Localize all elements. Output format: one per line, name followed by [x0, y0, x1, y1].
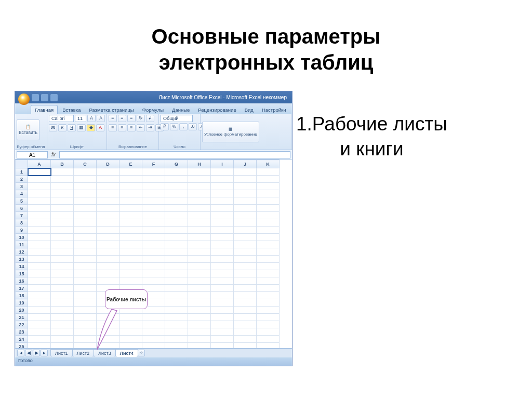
cell[interactable]: [165, 321, 188, 328]
row-header[interactable]: 5: [16, 197, 28, 205]
cell[interactable]: [188, 343, 211, 349]
cell[interactable]: [234, 263, 257, 270]
cell[interactable]: [119, 248, 142, 256]
cell[interactable]: [74, 321, 97, 328]
inc-decimal-button[interactable]: .0: [189, 123, 197, 130]
cell[interactable]: [28, 321, 51, 328]
cell[interactable]: [28, 168, 51, 176]
name-box[interactable]: A1: [17, 151, 48, 158]
cell[interactable]: [97, 270, 119, 277]
font-size-select[interactable]: 11: [75, 115, 86, 122]
cell[interactable]: [257, 343, 280, 349]
paste-button[interactable]: 📋 Вставить: [17, 119, 39, 140]
row-header[interactable]: 15: [16, 270, 28, 277]
cell[interactable]: [234, 256, 257, 263]
cell[interactable]: [188, 197, 211, 205]
tab-addins[interactable]: Настройки: [258, 105, 290, 114]
align-center-button[interactable]: ≡: [118, 124, 126, 131]
cell[interactable]: [165, 256, 188, 263]
cell[interactable]: [119, 256, 142, 263]
row-header[interactable]: 24: [16, 336, 28, 343]
cell[interactable]: [234, 227, 257, 234]
cell[interactable]: [257, 176, 280, 183]
cell[interactable]: [165, 270, 188, 277]
cell[interactable]: [142, 190, 165, 197]
cell[interactable]: [234, 212, 257, 219]
cell[interactable]: [211, 321, 234, 328]
cell[interactable]: [28, 299, 51, 307]
cell[interactable]: [188, 212, 211, 219]
cell[interactable]: [28, 234, 51, 241]
cell[interactable]: [51, 212, 74, 219]
cell[interactable]: [51, 168, 74, 176]
tab-insert[interactable]: Вставка: [59, 105, 84, 114]
cell[interactable]: [142, 277, 165, 285]
cell[interactable]: [74, 263, 97, 270]
cell[interactable]: [211, 219, 234, 227]
wrap-text-button[interactable]: ↲: [146, 115, 154, 122]
cell[interactable]: [165, 343, 188, 349]
cell[interactable]: [165, 314, 188, 321]
cell[interactable]: [51, 314, 74, 321]
cell[interactable]: [188, 190, 211, 197]
cell[interactable]: [234, 176, 257, 183]
cell[interactable]: [28, 263, 51, 270]
cell[interactable]: [119, 234, 142, 241]
cell[interactable]: [142, 234, 165, 241]
cell[interactable]: [211, 227, 234, 234]
row-header[interactable]: 8: [16, 219, 28, 227]
cell[interactable]: [188, 219, 211, 227]
cell[interactable]: [165, 241, 188, 248]
cell[interactable]: [51, 336, 74, 343]
cell[interactable]: [97, 227, 119, 234]
cell[interactable]: [119, 314, 142, 321]
col-header[interactable]: K: [257, 160, 280, 168]
cell[interactable]: [257, 321, 280, 328]
row-header[interactable]: 11: [16, 241, 28, 248]
row-header[interactable]: 12: [16, 248, 28, 256]
col-header[interactable]: D: [97, 160, 119, 168]
row-header[interactable]: 10: [16, 234, 28, 241]
cell[interactable]: [188, 307, 211, 314]
cell[interactable]: [97, 197, 119, 205]
sheet-tab-2[interactable]: Лист2: [72, 349, 95, 357]
cell[interactable]: [74, 190, 97, 197]
cell[interactable]: [234, 248, 257, 256]
row-header[interactable]: 16: [16, 277, 28, 285]
cell[interactable]: [211, 205, 234, 212]
conditional-formatting-button[interactable]: ▦ Условное форматирование: [202, 122, 259, 142]
cell[interactable]: [165, 190, 188, 197]
cell[interactable]: [257, 285, 280, 292]
row-header[interactable]: 22: [16, 321, 28, 328]
cell[interactable]: [28, 176, 51, 183]
cell[interactable]: [28, 270, 51, 277]
cell[interactable]: [234, 277, 257, 285]
cell[interactable]: [97, 205, 119, 212]
cell[interactable]: [165, 277, 188, 285]
tab-data[interactable]: Данные: [168, 105, 193, 114]
cell[interactable]: [188, 227, 211, 234]
cell[interactable]: [28, 219, 51, 227]
cell[interactable]: [257, 307, 280, 314]
cell[interactable]: [234, 285, 257, 292]
cell[interactable]: [51, 343, 74, 349]
cell[interactable]: [257, 292, 280, 299]
align-left-button[interactable]: ≡: [109, 124, 117, 131]
sheet-nav-last[interactable]: ▸: [41, 350, 48, 356]
cell[interactable]: [165, 219, 188, 227]
cell[interactable]: [211, 285, 234, 292]
cell[interactable]: [28, 241, 51, 248]
cell[interactable]: [119, 336, 142, 343]
cell[interactable]: [97, 263, 119, 270]
cell[interactable]: [51, 328, 74, 336]
cell[interactable]: [188, 168, 211, 176]
cell[interactable]: [234, 314, 257, 321]
cell[interactable]: [257, 197, 280, 205]
cell[interactable]: [74, 270, 97, 277]
cell[interactable]: [211, 314, 234, 321]
cell[interactable]: [119, 219, 142, 227]
sheet-nav-next[interactable]: ▶: [33, 350, 40, 356]
number-format-select[interactable]: Общий: [161, 115, 193, 122]
cell[interactable]: [51, 285, 74, 292]
cell[interactable]: [51, 321, 74, 328]
